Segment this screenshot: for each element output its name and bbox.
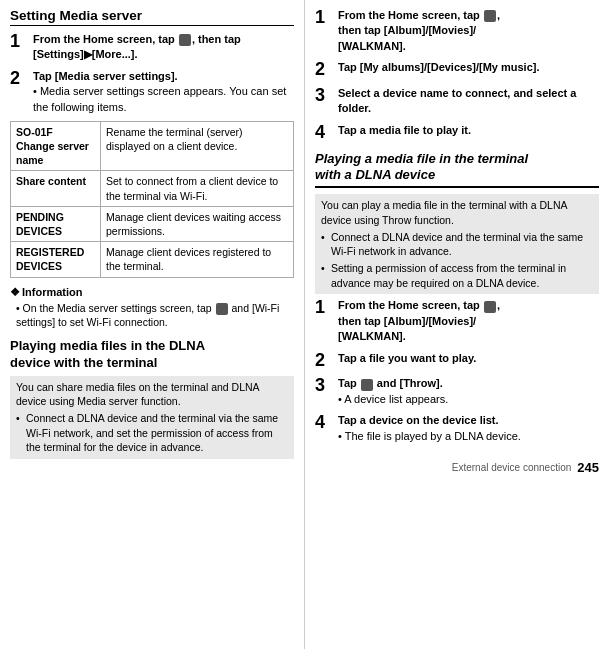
right-step-2-text: Tap [My albums]/[Devices]/[My music]. (338, 60, 599, 75)
bullet-line-r1: • Connect a DLNA device and the terminal… (321, 230, 593, 259)
right-bottom-step-4-text: Tap a device on the device list. • The f… (338, 413, 599, 444)
bullet-line-r2: • Setting a permission of access from th… (321, 261, 593, 290)
right-step-3-number: 3 (315, 86, 333, 106)
right-step-2: 2 Tap [My albums]/[Devices]/[My music]. (315, 60, 599, 80)
table-val-4: Manage client devices registered to the … (101, 242, 294, 277)
step-2: 2 Tap [Media server settings]. • Media s… (10, 69, 294, 115)
dlna-play-para: You can play a media file in the termina… (315, 194, 599, 294)
menu-icon-rb1 (484, 301, 496, 313)
right-bottom-step-2: 2 Tap a file you want to play. (315, 351, 599, 371)
playing-dlna-heading: Playing media files in the DLNAdevice wi… (10, 338, 294, 372)
right-bottom-step-4-number: 4 (315, 413, 333, 433)
right-bottom-step-1-number: 1 (315, 298, 333, 318)
info-text: • On the Media server settings screen, t… (10, 301, 294, 330)
dlna-intro-para: You can share media files on the termina… (10, 376, 294, 459)
bullet-line-1: • Connect a DLNA device and the terminal… (16, 411, 288, 455)
menu-icon-r1 (484, 10, 496, 22)
table-key-4: REGISTERED DEVICES (11, 242, 101, 277)
right-bottom-step-1: 1 From the Home screen, tap ,then tap [A… (315, 298, 599, 344)
table-val-1: Rename the terminal (server) displayed o… (101, 121, 294, 171)
right-step-4-text: Tap a media file to play it. (338, 123, 599, 138)
step-1-number: 1 (10, 32, 28, 52)
step-1-text: From the Home screen, tap , then tap [Se… (33, 32, 294, 63)
section-heading: Setting Media server (10, 8, 294, 26)
right-step-1-text: From the Home screen, tap ,then tap [Alb… (338, 8, 599, 54)
playing-heading: Playing a media file in the terminalwith… (315, 151, 599, 189)
right-step-4: 4 Tap a media file to play it. (315, 123, 599, 143)
table-row: PENDING DEVICES Manage client devices wa… (11, 206, 294, 241)
menu-icon (179, 34, 191, 46)
table-row: Share content Set to connect from a clie… (11, 171, 294, 206)
table-row: SO-01FChange server name Rename the term… (11, 121, 294, 171)
right-step-1-number: 1 (315, 8, 333, 28)
left-column: Setting Media server 1 From the Home scr… (0, 0, 305, 649)
info-box: Information • On the Media server settin… (10, 286, 294, 330)
right-bottom-step-2-text: Tap a file you want to play. (338, 351, 599, 366)
table-key-3: PENDING DEVICES (11, 206, 101, 241)
right-step-4-number: 4 (315, 123, 333, 143)
right-step-1: 1 From the Home screen, tap ,then tap [A… (315, 8, 599, 54)
table-val-3: Manage client devices waiting access per… (101, 206, 294, 241)
step-2-text: Tap [Media server settings]. • Media ser… (33, 69, 294, 115)
right-column: 1 From the Home screen, tap ,then tap [A… (305, 0, 609, 649)
footer-label: External device connection (452, 462, 572, 473)
right-step-3-text: Select a device name to connect, and sel… (338, 86, 599, 117)
table-val-2: Set to connect from a client device to t… (101, 171, 294, 206)
table-key-1: SO-01FChange server name (11, 121, 101, 171)
menu-icon-2 (216, 303, 228, 315)
right-bottom-step-3-text: Tap and [Throw]. • A device list appears… (338, 376, 599, 407)
table-key-2: Share content (11, 171, 101, 206)
settings-table: SO-01FChange server name Rename the term… (10, 121, 294, 278)
right-bottom-step-3: 3 Tap and [Throw]. • A device list appea… (315, 376, 599, 407)
menu-icon-rb3 (361, 379, 373, 391)
footer-page: 245 (577, 460, 599, 475)
right-step-2-number: 2 (315, 60, 333, 80)
right-bottom-step-3-number: 3 (315, 376, 333, 396)
right-bottom-step-4: 4 Tap a device on the device list. • The… (315, 413, 599, 444)
right-step-3: 3 Select a device name to connect, and s… (315, 86, 599, 117)
info-title: Information (10, 286, 294, 299)
table-row: REGISTERED DEVICES Manage client devices… (11, 242, 294, 277)
step-1: 1 From the Home screen, tap , then tap [… (10, 32, 294, 63)
right-bottom-step-2-number: 2 (315, 351, 333, 371)
step-2-number: 2 (10, 69, 28, 89)
footer: External device connection 245 (315, 450, 599, 475)
right-bottom-step-1-text: From the Home screen, tap ,then tap [Alb… (338, 298, 599, 344)
